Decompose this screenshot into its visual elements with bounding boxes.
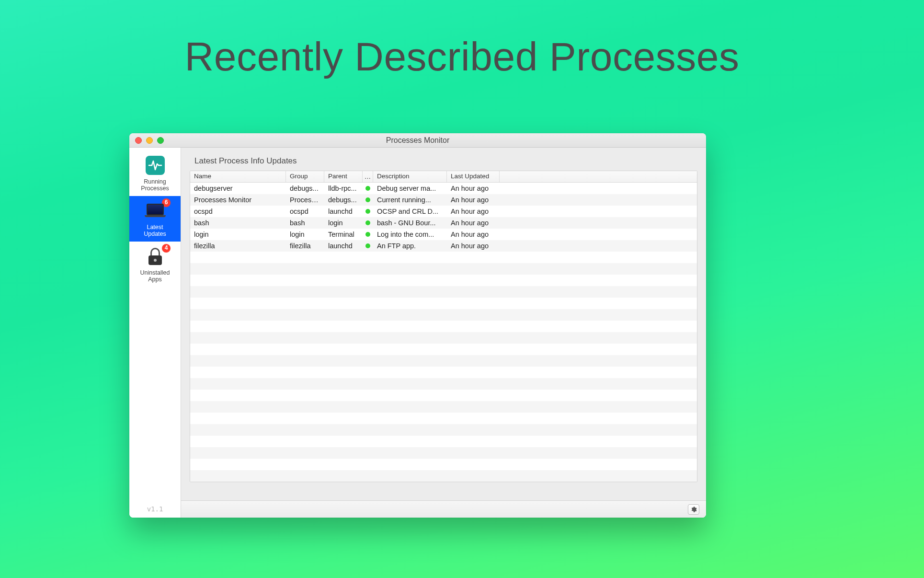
column-header-spacer — [500, 171, 697, 182]
sidebar-item-label: Apps — [148, 276, 162, 283]
app-window: Processes Monitor Running Processes 6 — [129, 133, 706, 518]
sidebar-item-label: Updates — [144, 231, 166, 237]
table-row-empty — [190, 413, 697, 424]
cell-status — [363, 197, 373, 202]
status-dot-icon — [365, 209, 370, 214]
cell-parent: launchd — [324, 208, 363, 215]
table-row[interactable]: filezillafilezillalaunchdAn FTP app.An h… — [190, 240, 697, 252]
table-row-empty — [190, 367, 697, 378]
cell-group: filezilla — [286, 242, 324, 250]
cell-description: Debug server ma... — [373, 185, 447, 192]
table-row-empty — [190, 252, 697, 263]
cell-status — [363, 243, 373, 248]
cell-last-updated: An hour ago — [447, 185, 697, 192]
lock-icon — [148, 248, 163, 265]
status-dot-icon — [365, 220, 370, 225]
table-row-empty — [190, 424, 697, 436]
cell-name: debugserver — [190, 185, 286, 192]
table-row[interactable]: debugserverdebugs...lldb-rpc...Debug ser… — [190, 183, 697, 194]
table-row[interactable]: loginloginTerminalLog into the com...An … — [190, 229, 697, 240]
cell-name: ocspd — [190, 208, 286, 215]
laptop-icon — [145, 204, 166, 218]
table-row-empty — [190, 263, 697, 275]
status-dot-icon — [365, 243, 370, 248]
sidebar-item-label: Running — [144, 178, 166, 185]
cell-group: bash — [286, 219, 324, 227]
cell-parent: Terminal — [324, 231, 363, 238]
sidebar-item-uninstalled-apps[interactable]: 4 Uninstalled Apps — [129, 242, 181, 287]
table-row-empty — [190, 309, 697, 321]
cell-last-updated: An hour ago — [447, 219, 697, 227]
cell-last-updated: An hour ago — [447, 208, 697, 215]
cell-description: Log into the com... — [373, 231, 447, 238]
table-row-empty — [190, 447, 697, 459]
sidebar-item-latest-updates[interactable]: 6 Latest Updates — [129, 196, 181, 242]
sidebar-item-label: Latest — [147, 224, 163, 231]
cell-status — [363, 209, 373, 214]
cell-status — [363, 186, 373, 191]
footer-bar — [181, 500, 706, 518]
sidebar-item-label: Uninstalled — [140, 269, 170, 276]
cell-name: filezilla — [190, 242, 286, 250]
cell-name: Processes Monitor — [190, 196, 286, 204]
gear-icon — [690, 506, 697, 513]
column-header-name[interactable]: Name — [190, 171, 286, 182]
cell-last-updated: An hour ago — [447, 231, 697, 238]
table-row-empty — [190, 390, 697, 401]
window-title: Processes Monitor — [129, 136, 706, 145]
table-row[interactable]: Processes MonitorProcess...debugs...Curr… — [190, 194, 697, 206]
sidebar-item-running-processes[interactable]: Running Processes — [129, 150, 181, 196]
cell-status — [363, 232, 373, 237]
cell-parent: launchd — [324, 242, 363, 250]
cell-description: OCSP and CRL D... — [373, 208, 447, 215]
column-header-group[interactable]: Group — [286, 171, 324, 182]
table-row-empty — [190, 332, 697, 344]
cell-group: Process... — [286, 196, 324, 204]
cell-last-updated: An hour ago — [447, 242, 697, 250]
cell-group: ocspd — [286, 208, 324, 215]
cell-parent: debugs... — [324, 196, 363, 204]
status-dot-icon — [365, 186, 370, 191]
table-header-row: Name Group Parent … Description Last Upd… — [190, 171, 697, 183]
main-panel: Latest Process Info Updates Name Group P… — [181, 148, 706, 518]
table-row-empty — [190, 459, 697, 470]
column-header-last-updated[interactable]: Last Updated — [447, 171, 500, 182]
sidebar-item-label: Processes — [141, 185, 169, 192]
version-label: v1.1 — [129, 500, 181, 518]
cell-name: bash — [190, 219, 286, 227]
table-row-empty — [190, 355, 697, 367]
column-header-parent[interactable]: Parent — [324, 171, 363, 182]
table-row-empty — [190, 298, 697, 309]
activity-icon — [146, 156, 165, 175]
table-row-empty — [190, 436, 697, 447]
titlebar[interactable]: Processes Monitor — [129, 133, 706, 148]
table-row-empty — [190, 275, 697, 286]
panel-title: Latest Process Info Updates — [181, 148, 706, 171]
process-table: Name Group Parent … Description Last Upd… — [190, 171, 697, 482]
column-header-description[interactable]: Description — [373, 171, 447, 182]
cell-description: Current running... — [373, 196, 447, 204]
table-row-empty — [190, 321, 697, 332]
table-row-empty — [190, 378, 697, 390]
table-row-empty — [190, 344, 697, 355]
cell-group: debugs... — [286, 185, 324, 192]
badge-count: 4 — [161, 243, 171, 253]
cell-description: An FTP app. — [373, 242, 447, 250]
sidebar: Running Processes 6 Latest Updates 4 — [129, 148, 181, 518]
status-dot-icon — [365, 232, 370, 237]
cell-parent: lldb-rpc... — [324, 185, 363, 192]
cell-group: login — [286, 231, 324, 238]
settings-button[interactable] — [688, 504, 699, 515]
table-row-empty — [190, 470, 697, 482]
cell-last-updated: An hour ago — [447, 196, 697, 204]
cell-status — [363, 220, 373, 225]
status-dot-icon — [365, 197, 370, 202]
cell-description: bash - GNU Bour... — [373, 219, 447, 227]
table-row[interactable]: bashbashloginbash - GNU Bour...An hour a… — [190, 217, 697, 229]
column-header-status[interactable]: … — [363, 171, 373, 182]
table-row-empty — [190, 401, 697, 413]
cell-name: login — [190, 231, 286, 238]
table-row[interactable]: ocspdocspdlaunchdOCSP and CRL D...An hou… — [190, 206, 697, 217]
cell-parent: login — [324, 219, 363, 227]
hero-title: Recently Described Processes — [0, 0, 924, 80]
